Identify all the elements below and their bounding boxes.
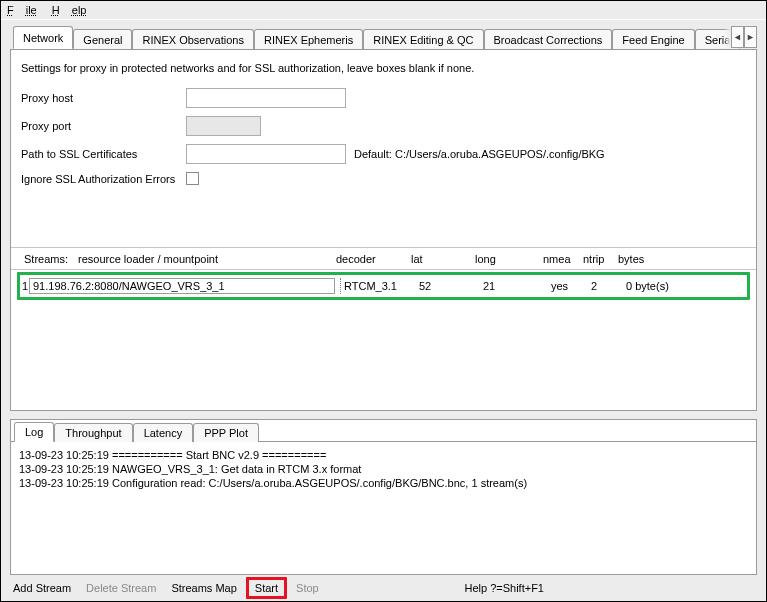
streams-table: Streams: resource loader / mountpoint de… [11,248,756,410]
proxy-port-input[interactable] [186,116,261,136]
tab-feed-engine[interactable]: Feed Engine [612,29,694,49]
content-area: Network General RINEX Observations RINEX… [10,26,757,575]
stop-button[interactable]: Stop [290,580,325,596]
ssl-path-input[interactable] [186,144,346,164]
cell-ntrip: 2 [591,280,626,292]
menu-file[interactable]: File [7,4,37,16]
streams-table-body: 1 91.198.76.2:8080/NAWGEO_VRS_3_1 RTCM_3… [11,270,756,410]
menubar: File Help [1,1,766,20]
ssl-path-default: Default: C:/Users/a.oruba.ASGEUPOS/.conf… [354,148,605,160]
start-button-highlight: Start [246,577,287,599]
ignore-ssl-label: Ignore SSL Authorization Errors [21,173,186,185]
cell-lat: 52 [419,280,483,292]
log-tab-throughput[interactable]: Throughput [54,423,132,442]
col-bytes[interactable]: bytes [618,253,678,265]
log-panel: Log Throughput Latency PPP Plot 13-09-23… [10,419,757,575]
tab-scroll-left[interactable]: ◄ [731,26,744,48]
log-tab-ppp-plot[interactable]: PPP Plot [193,423,259,442]
proxy-host-label: Proxy host [21,92,186,104]
proxy-port-label: Proxy port [21,120,186,132]
col-lat[interactable]: lat [411,253,475,265]
bottom-toolbar: Add Stream Delete Stream Streams Map Sta… [7,578,760,598]
log-tab-latency[interactable]: Latency [133,423,194,442]
streams-table-header: Streams: resource loader / mountpoint de… [11,249,756,270]
menu-help[interactable]: Help [52,4,87,16]
streams-map-button[interactable]: Streams Map [165,580,242,596]
tab-scroll-buttons: ◄ ► [731,26,757,48]
tab-scroll-right[interactable]: ► [744,26,757,48]
tab-network[interactable]: Network [13,26,73,49]
streams-header-prefix: Streams: [24,253,78,265]
log-body[interactable]: 13-09-23 10:25:19 =========== Start BNC … [11,442,756,574]
col-nmea[interactable]: nmea [543,253,583,265]
proxy-host-input[interactable] [186,88,346,108]
cell-bytes: 0 byte(s) [626,280,686,292]
settings-description: Settings for proxy in protected networks… [21,62,746,74]
col-mountpoint[interactable]: resource loader / mountpoint [78,253,336,265]
tab-general[interactable]: General [73,29,132,49]
tab-rinex-observations[interactable]: RINEX Observations [132,29,253,49]
col-ntrip[interactable]: ntrip [583,253,618,265]
table-row[interactable]: 1 91.198.76.2:8080/NAWGEO_VRS_3_1 RTCM_3… [20,275,747,297]
network-settings-panel: Settings for proxy in protected networks… [11,50,756,248]
col-long[interactable]: long [475,253,543,265]
start-button[interactable]: Start [253,580,280,596]
add-stream-button[interactable]: Add Stream [7,580,77,596]
col-decoder[interactable]: decoder [336,253,411,265]
cell-decoder: RTCM_3.1 [344,280,419,292]
cell-nmea: yes [551,280,591,292]
tab-rinex-editing-qc[interactable]: RINEX Editing & QC [363,29,483,49]
stream-row-highlight: 1 91.198.76.2:8080/NAWGEO_VRS_3_1 RTCM_3… [17,272,750,300]
log-tab-log[interactable]: Log [14,422,54,442]
help-hint: Help ?=Shift+F1 [459,580,551,596]
cell-mountpoint[interactable]: 91.198.76.2:8080/NAWGEO_VRS_3_1 [29,278,335,294]
cell-long: 21 [483,280,551,292]
tab-rinex-ephemeris[interactable]: RINEX Ephemeris [254,29,363,49]
tab-broadcast-corrections[interactable]: Broadcast Corrections [484,29,613,49]
main-tabstrip: Network General RINEX Observations RINEX… [10,26,757,49]
ignore-ssl-checkbox[interactable] [186,172,199,185]
main-panel: Settings for proxy in protected networks… [10,49,757,411]
delete-stream-button[interactable]: Delete Stream [80,580,162,596]
cell-idx: 1 [22,280,29,292]
ssl-path-label: Path to SSL Certificates [21,148,186,160]
log-tabstrip: Log Throughput Latency PPP Plot [11,420,756,442]
